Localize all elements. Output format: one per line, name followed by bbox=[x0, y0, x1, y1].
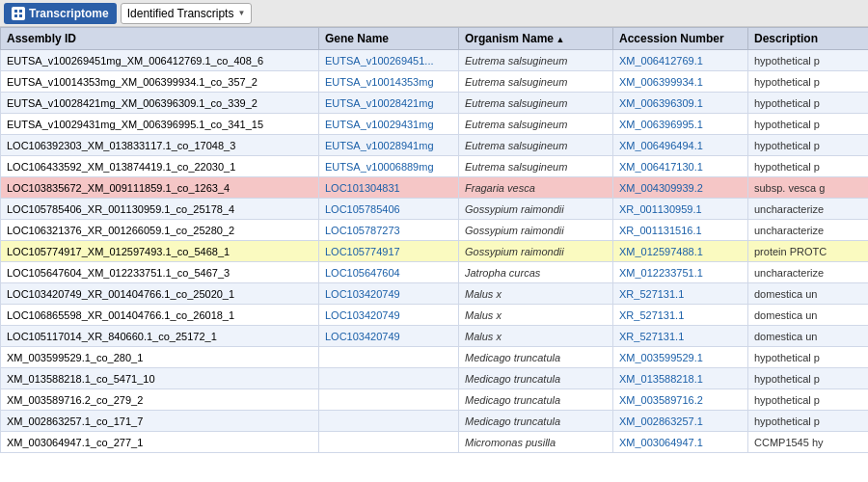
table-cell bbox=[319, 347, 459, 368]
table-cell: protein PROTC bbox=[748, 241, 869, 262]
table-cell: LOC103420749 bbox=[319, 283, 459, 305]
table-cell: LOC101304831 bbox=[319, 177, 459, 199]
table-cell: uncharacterize bbox=[748, 199, 869, 220]
col-header-assembly[interactable]: Assembly ID bbox=[1, 28, 319, 50]
table-cell: hypothetical p bbox=[748, 389, 869, 411]
table-cell: LOC105647604_XM_012233751.1_co_5467_3 bbox=[1, 262, 319, 283]
table-cell: hypothetical p bbox=[748, 156, 869, 177]
table-header-row: Assembly ID Gene Name Organism Name Acce… bbox=[1, 28, 869, 50]
table-row[interactable]: XM_003599529.1_co_280_1Medicago truncatu… bbox=[1, 347, 869, 368]
table-cell: hypothetical p bbox=[748, 50, 869, 71]
table-cell: EUTSA_v10006889mg bbox=[319, 156, 459, 177]
table-cell: Gossypium raimondii bbox=[459, 241, 613, 262]
table-cell: EUTSA_v10014353mg_XM_006399934.1_co_357_… bbox=[1, 71, 319, 93]
table-row[interactable]: XM_013588218.1_co_5471_10Medicago trunca… bbox=[1, 368, 869, 389]
table-cell: hypothetical p bbox=[748, 347, 869, 368]
table-cell: uncharacterize bbox=[748, 220, 869, 241]
table-cell: XR_001131516.1 bbox=[613, 220, 748, 241]
table-cell: XM_012597488.1 bbox=[613, 241, 748, 262]
table-cell: Medicago truncatula bbox=[459, 347, 613, 368]
table-cell: domestica un bbox=[748, 326, 869, 347]
table-cell: XM_013588218.1_co_5471_10 bbox=[1, 368, 319, 389]
col-header-organism[interactable]: Organism Name bbox=[459, 28, 613, 50]
table-row[interactable]: LOC105647604_XM_012233751.1_co_5467_3LOC… bbox=[1, 262, 869, 283]
table-cell: EUTSA_v10029431mg_XM_006396995.1_co_341_… bbox=[1, 114, 319, 135]
table-cell: XM_004309939.2 bbox=[613, 177, 748, 199]
table-cell: LOC105787273 bbox=[319, 220, 459, 241]
table-cell: LOC103420749 bbox=[319, 326, 459, 347]
table-cell: XM_003589716.2_co_279_2 bbox=[1, 389, 319, 411]
table-cell: XM_013588218.1 bbox=[613, 368, 748, 389]
table-cell: XM_006396995.1 bbox=[613, 114, 748, 135]
table-cell: EUTSA_v10028941mg bbox=[319, 135, 459, 156]
table-cell: Medicago truncatula bbox=[459, 389, 613, 411]
table-cell: LOC103420749_XR_001404766.1_co_25020_1 bbox=[1, 283, 319, 305]
table-cell: Micromonas pusilla bbox=[459, 432, 613, 453]
table-cell: LOC105785406 bbox=[319, 199, 459, 220]
table-cell: XM_006417130.1 bbox=[613, 156, 748, 177]
table-row[interactable]: EUTSA_v10028421mg_XM_006396309.1_co_339_… bbox=[1, 93, 869, 114]
table-row[interactable]: LOC103420749_XR_001404766.1_co_25020_1LO… bbox=[1, 283, 869, 305]
table-cell: LOC106865598_XR_001404766.1_co_26018_1 bbox=[1, 305, 319, 326]
table-cell: hypothetical p bbox=[748, 411, 869, 432]
table-cell: domestica un bbox=[748, 305, 869, 326]
col-header-description[interactable]: Description bbox=[748, 28, 869, 50]
svg-rect-0 bbox=[14, 10, 17, 13]
identified-transcripts-dropdown[interactable]: Identified Transcripts ▼ bbox=[121, 3, 253, 24]
table-cell: LOC106321376_XR_001266059.1_co_25280_2 bbox=[1, 220, 319, 241]
table-cell: XM_012233751.1 bbox=[613, 262, 748, 283]
table-body: EUTSA_v100269451mg_XM_006412769.1_co_408… bbox=[1, 50, 869, 453]
svg-rect-2 bbox=[14, 14, 17, 17]
table-row[interactable]: LOC106865598_XR_001404766.1_co_26018_1LO… bbox=[1, 305, 869, 326]
table-cell: LOC106433592_XM_013874419.1_co_22030_1 bbox=[1, 156, 319, 177]
table-cell: LOC105785406_XR_001130959.1_co_25178_4 bbox=[1, 199, 319, 220]
transcripts-table-container[interactable]: Assembly ID Gene Name Organism Name Acce… bbox=[0, 27, 868, 482]
table-cell: LOC105117014_XR_840660.1_co_25172_1 bbox=[1, 326, 319, 347]
table-row[interactable]: LOC103835672_XM_009111859.1_co_1263_4LOC… bbox=[1, 177, 869, 199]
table-row[interactable]: XM_003064947.1_co_277_1Micromonas pusill… bbox=[1, 432, 869, 453]
table-cell bbox=[319, 389, 459, 411]
table-cell: Eutrema salsugineum bbox=[459, 93, 613, 114]
table-cell: Gossypium raimondii bbox=[459, 220, 613, 241]
chevron-down-icon: ▼ bbox=[237, 9, 245, 17]
table-cell: hypothetical p bbox=[748, 71, 869, 93]
transcripts-table: Assembly ID Gene Name Organism Name Acce… bbox=[0, 27, 868, 453]
svg-rect-1 bbox=[19, 10, 22, 13]
svg-rect-3 bbox=[19, 14, 22, 17]
col-header-gene[interactable]: Gene Name bbox=[319, 28, 459, 50]
table-cell: LOC105647604 bbox=[319, 262, 459, 283]
table-row[interactable]: LOC106433592_XM_013874419.1_co_22030_1EU… bbox=[1, 156, 869, 177]
table-cell: Eutrema salsugineum bbox=[459, 71, 613, 93]
table-cell: Medicago truncatula bbox=[459, 368, 613, 389]
app-icon bbox=[12, 7, 25, 20]
table-row[interactable]: LOC105117014_XR_840660.1_co_25172_1LOC10… bbox=[1, 326, 869, 347]
table-row[interactable]: LOC106392303_XM_013833117.1_co_17048_3EU… bbox=[1, 135, 869, 156]
table-cell: XM_003064947.1 bbox=[613, 432, 748, 453]
col-header-accession[interactable]: Accession Number bbox=[613, 28, 748, 50]
table-row[interactable]: LOC106321376_XR_001266059.1_co_25280_2LO… bbox=[1, 220, 869, 241]
table-cell: XR_527131.1 bbox=[613, 283, 748, 305]
table-cell: EUTSA_v100269451... bbox=[319, 50, 459, 71]
table-cell: LOC106392303_XM_013833117.1_co_17048_3 bbox=[1, 135, 319, 156]
table-cell: EUTSA_v10028421mg bbox=[319, 93, 459, 114]
table-row[interactable]: XM_003589716.2_co_279_2Medicago truncatu… bbox=[1, 389, 869, 411]
app-button[interactable]: Transcriptome bbox=[4, 3, 117, 24]
table-row[interactable]: LOC105774917_XM_012597493.1_co_5468_1LOC… bbox=[1, 241, 869, 262]
table-cell: XM_002863257.1 bbox=[613, 411, 748, 432]
table-cell: hypothetical p bbox=[748, 93, 869, 114]
table-cell: LOC103835672_XM_009111859.1_co_1263_4 bbox=[1, 177, 319, 199]
table-row[interactable]: XM_002863257.1_co_171_7Medicago truncatu… bbox=[1, 411, 869, 432]
table-cell: Malus x bbox=[459, 283, 613, 305]
table-row[interactable]: EUTSA_v10014353mg_XM_006399934.1_co_357_… bbox=[1, 71, 869, 93]
table-cell: XR_001130959.1 bbox=[613, 199, 748, 220]
table-cell: hypothetical p bbox=[748, 135, 869, 156]
table-cell: EUTSA_v10029431mg bbox=[319, 114, 459, 135]
table-cell: Malus x bbox=[459, 326, 613, 347]
table-cell: EUTSA_v10014353mg bbox=[319, 71, 459, 93]
table-cell bbox=[319, 368, 459, 389]
table-cell: domestica un bbox=[748, 283, 869, 305]
table-row[interactable]: EUTSA_v10029431mg_XM_006396995.1_co_341_… bbox=[1, 114, 869, 135]
table-cell: uncharacterize bbox=[748, 262, 869, 283]
table-row[interactable]: LOC105785406_XR_001130959.1_co_25178_4LO… bbox=[1, 199, 869, 220]
table-row[interactable]: EUTSA_v100269451mg_XM_006412769.1_co_408… bbox=[1, 50, 869, 71]
